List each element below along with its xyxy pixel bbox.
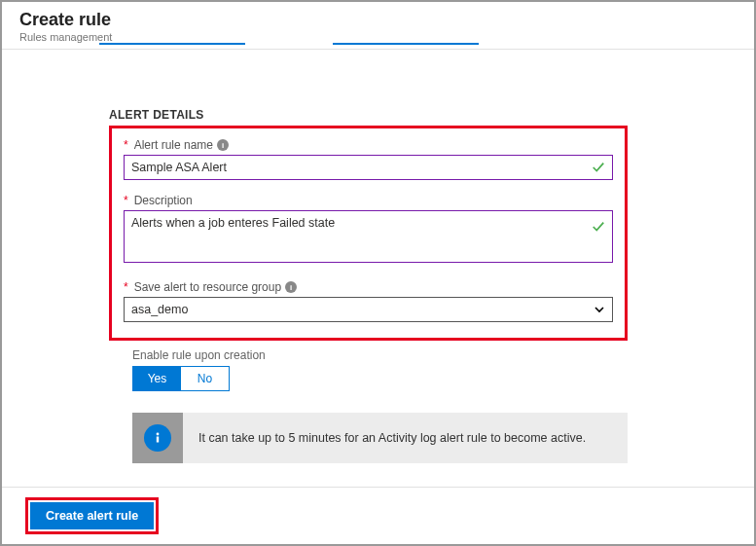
footer: Create alert rule — [2, 487, 754, 544]
page-title: Create rule — [19, 10, 737, 30]
required-asterisk: * — [124, 194, 128, 207]
enable-rule-yes-button[interactable]: Yes — [133, 367, 181, 390]
create-alert-rule-button[interactable]: Create alert rule — [30, 502, 154, 529]
enable-rule-toggle: Yes No — [132, 366, 230, 391]
required-asterisk: * — [124, 138, 128, 152]
notice-banner: It can take up to 5 minutes for an Activ… — [132, 413, 628, 463]
info-icon — [144, 424, 171, 452]
enable-rule-no-button[interactable]: No — [181, 367, 229, 390]
description-input[interactable] — [124, 210, 613, 263]
page-subtitle: Rules management — [19, 31, 737, 43]
svg-point-0 — [157, 433, 160, 436]
notice-icon-cell — [132, 413, 183, 463]
check-icon — [592, 220, 605, 234]
alert-rule-name-label: * Alert rule name i — [124, 138, 613, 152]
description-label-text: Description — [134, 194, 193, 207]
check-icon — [592, 161, 605, 174]
alert-rule-name-input[interactable] — [124, 155, 613, 180]
description-label: * Description — [124, 194, 613, 207]
alert-rule-name-label-text: Alert rule name — [134, 138, 213, 152]
ghost-button-row — [99, 43, 479, 45]
resource-group-select[interactable]: asa_demo — [124, 297, 613, 322]
notice-text: It can take up to 5 minutes for an Activ… — [183, 431, 601, 445]
svg-rect-1 — [157, 437, 159, 443]
enable-rule-label: Enable rule upon creation — [132, 348, 754, 362]
required-asterisk: * — [124, 280, 128, 294]
info-icon[interactable]: i — [217, 139, 229, 151]
ghost-button-1 — [99, 43, 245, 45]
ghost-button-2 — [333, 43, 479, 45]
section-title-alert-details: ALERT DETAILS — [109, 108, 754, 122]
resource-group-label-text: Save alert to resource group — [134, 280, 281, 294]
resource-group-label: * Save alert to resource group i — [124, 280, 613, 294]
create-button-highlight: Create alert rule — [25, 497, 159, 534]
info-icon[interactable]: i — [285, 281, 297, 293]
alert-details-box: * Alert rule name i * Description — [109, 126, 628, 341]
